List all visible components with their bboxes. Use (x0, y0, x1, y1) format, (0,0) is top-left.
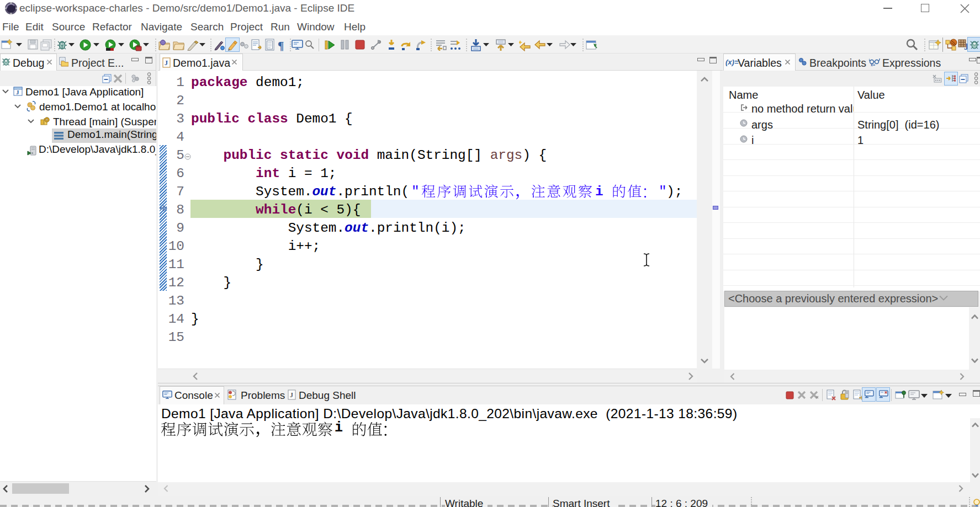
svg-text:J: J (290, 391, 293, 399)
svg-text:J: J (165, 59, 168, 67)
svg-text:x=: x= (871, 63, 875, 67)
svg-text:J: J (16, 89, 19, 95)
